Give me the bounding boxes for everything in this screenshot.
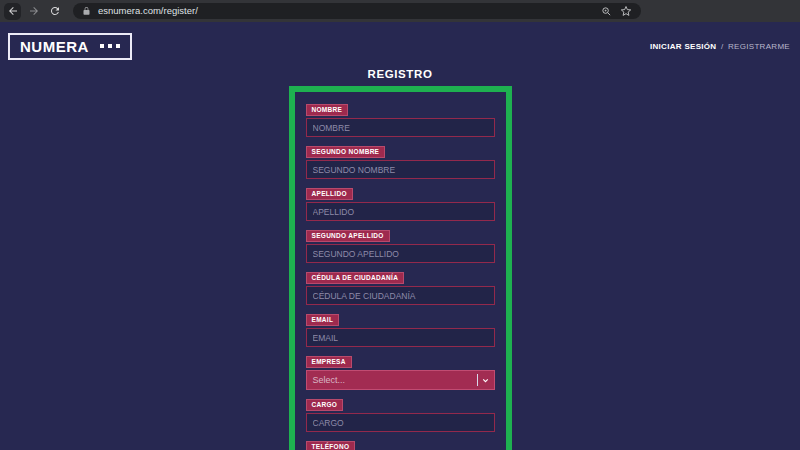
url-text[interactable]: esnumera.com/register/ — [98, 3, 593, 19]
page-background: NUMERA INICIAR SESIÓN / REGISTRARME REGI… — [0, 22, 800, 450]
reload-icon — [49, 5, 61, 17]
lock-icon — [82, 6, 91, 16]
apellido-input[interactable] — [306, 202, 495, 221]
empresa-select-value: Select... — [313, 375, 477, 385]
page-title: REGISTRO — [0, 68, 800, 80]
chevron-down-icon — [481, 376, 490, 385]
field-telefono: TELÉFONO — [306, 435, 495, 450]
forward-button[interactable] — [25, 3, 42, 20]
field-nombre: NOMBRE — [306, 98, 495, 137]
cedula-input[interactable] — [306, 286, 495, 305]
screen: esnumera.com/register/ NUMERA INICIAR SE… — [0, 0, 800, 450]
field-segundo-nombre: SEGUNDO NOMBRE — [306, 140, 495, 179]
field-label-nombre: NOMBRE — [306, 104, 349, 116]
field-segundo-apellido: SEGUNDO APELLIDO — [306, 224, 495, 263]
reload-button[interactable] — [46, 3, 63, 20]
nombre-input[interactable] — [306, 118, 495, 137]
logo-text: NUMERA — [20, 38, 89, 55]
empresa-select[interactable]: Select... — [306, 370, 495, 390]
field-label-empresa: EMPRESA — [306, 356, 352, 368]
segundo-apellido-input[interactable] — [306, 244, 495, 263]
field-label-apellido: APELLIDO — [306, 188, 353, 200]
field-label-segundo-apellido: SEGUNDO APELLIDO — [306, 230, 390, 242]
back-button[interactable] — [4, 3, 21, 20]
field-label-email: EMAIL — [306, 314, 340, 326]
segundo-nombre-input[interactable] — [306, 160, 495, 179]
field-label-segundo-nombre: SEGUNDO NOMBRE — [306, 146, 386, 158]
field-label-cedula: CÉDULA DE CIUDADANÍA — [306, 272, 405, 284]
logo-square-icon — [108, 44, 112, 48]
numera-logo[interactable]: NUMERA — [8, 33, 132, 60]
zoom-icon[interactable] — [601, 6, 612, 17]
logo-square-icon — [100, 44, 104, 48]
field-apellido: APELLIDO — [306, 182, 495, 221]
browser-toolbar: esnumera.com/register/ — [0, 0, 800, 22]
field-email: EMAIL — [306, 308, 495, 347]
field-label-cargo: CARGO — [306, 399, 344, 411]
field-cargo: CARGO — [306, 393, 495, 432]
arrow-left-icon — [7, 5, 19, 17]
address-bar[interactable]: esnumera.com/register/ — [73, 3, 641, 19]
field-label-telefono: TELÉFONO — [306, 441, 356, 450]
registration-form: NOMBRE SEGUNDO NOMBRE APELLIDO SEGUNDO A… — [289, 86, 512, 450]
top-navigation: NUMERA INICIAR SESIÓN / REGISTRARME — [0, 22, 800, 63]
auth-links-separator: / — [721, 42, 724, 51]
bookmark-star-icon[interactable] — [620, 5, 632, 17]
register-link[interactable]: REGISTRARME — [728, 42, 790, 51]
cargo-input[interactable] — [306, 413, 495, 432]
login-link[interactable]: INICIAR SESIÓN — [650, 42, 716, 51]
email-input[interactable] — [306, 328, 495, 347]
select-divider — [477, 374, 478, 386]
arrow-right-icon — [28, 5, 40, 17]
field-empresa: EMPRESA Select... — [306, 350, 495, 390]
auth-links: INICIAR SESIÓN / REGISTRARME — [650, 42, 792, 51]
field-cedula: CÉDULA DE CIUDADANÍA — [306, 266, 495, 305]
logo-square-icon — [116, 44, 120, 48]
